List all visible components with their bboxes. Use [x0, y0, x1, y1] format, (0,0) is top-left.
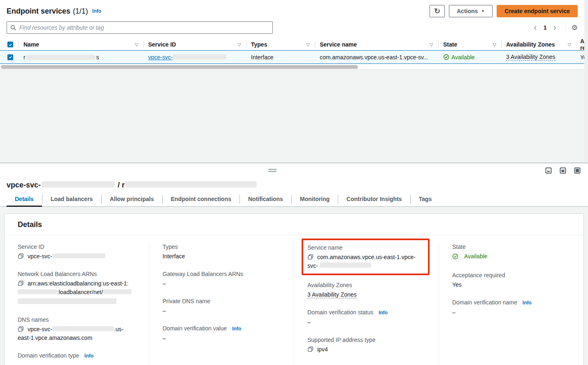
tab-notifications[interactable]: Notifications [240, 192, 291, 206]
column-header-service-name[interactable]: Service name ▽ [315, 39, 438, 50]
column-header-acceptance-required[interactable]: Acceptance required [576, 39, 584, 50]
search-input[interactable] [19, 24, 269, 31]
panel-size-medium-icon[interactable] [560, 167, 566, 174]
check-icon [8, 55, 13, 59]
page-number[interactable]: 1 [542, 24, 548, 31]
tab-contributor-insights[interactable]: Contributor Insights [338, 192, 410, 206]
copy-icon[interactable] [18, 280, 24, 286]
tab-endpoint-connections[interactable]: Endpoint connections [163, 192, 239, 206]
tab-tags[interactable]: Tags [411, 192, 440, 206]
table-header-row: Name ▽ Service ID ▽ Types ▽ Service name… [0, 39, 584, 50]
header-actions: ↻ Actions ▼ Create endpoint service [430, 5, 578, 17]
service-id-link[interactable]: vpce-svc- [148, 54, 226, 61]
availability-zones-popover-trigger[interactable]: 3 Availability Zones [506, 54, 555, 61]
tab-load-balancers[interactable]: Load balancers [42, 192, 101, 206]
panel-resize-handle[interactable] [268, 169, 277, 173]
redacted-text [52, 326, 114, 331]
tab-allow-principals[interactable]: Allow principals [102, 192, 162, 206]
pagination: ‹ 1 › ⚙ [530, 23, 578, 33]
caret-down-icon: ▼ [481, 9, 485, 13]
field-domain-verification-status: Domain verification status Info – [307, 308, 425, 327]
chevron-right-icon[interactable]: › [550, 23, 559, 32]
redacted-text [125, 181, 257, 187]
detail-tabs: Details Load balancers Allow principals … [0, 192, 588, 207]
sort-icon: ▽ [238, 42, 241, 47]
search-icon [10, 25, 16, 31]
copy-icon[interactable] [18, 326, 24, 332]
details-card: Details Service ID vpce-svc- [4, 213, 584, 365]
field-service-id: Service ID vpce-svc- [18, 243, 136, 261]
details-column-3: Service name com.amazonaws.vpce.us-east-… [294, 243, 439, 365]
content-background [0, 69, 588, 163]
panel-title: vpce-svc- / r [7, 181, 257, 190]
copy-icon[interactable] [18, 253, 24, 259]
panel-size-small-icon[interactable] [545, 167, 552, 174]
refresh-button[interactable]: ↻ [430, 5, 445, 17]
info-link[interactable]: Info [523, 300, 532, 306]
row-select-cell [0, 51, 19, 63]
redacted-text [103, 289, 132, 294]
status-badge: Available [452, 252, 488, 261]
panel-size-large-icon[interactable] [574, 167, 581, 174]
table-row: r s vpce-svc- Interface com.amazonaws.vp… [0, 50, 584, 64]
list-header: Endpoint services (1/1) Info ↻ Actions ▼… [0, 0, 584, 19]
column-header-name[interactable]: Name ▽ [19, 39, 143, 50]
details-card-heading: Details [5, 214, 583, 235]
actions-button-label: Actions [457, 8, 478, 14]
info-link[interactable]: Info [84, 353, 93, 359]
horizontal-scrollbar [0, 65, 584, 69]
field-ip-address-type: Supported IP address type ipv4 [307, 336, 425, 354]
redacted-text [173, 54, 226, 59]
field-availability-zones: Availability Zones 3 Availability Zones [307, 281, 425, 299]
endpoint-services-list-section: Endpoint services (1/1) Info ↻ Actions ▼… [0, 0, 584, 69]
info-link[interactable]: Info [232, 326, 241, 332]
column-header-service-id[interactable]: Service ID ▽ [143, 39, 246, 50]
column-header-state[interactable]: State ▽ [438, 39, 501, 50]
create-endpoint-service-button[interactable]: Create endpoint service [497, 5, 578, 17]
check-circle-icon [452, 253, 458, 260]
tab-monitoring[interactable]: Monitoring [292, 192, 338, 206]
details-column-4: State Available [439, 243, 583, 365]
details-column-1: Service ID vpce-svc- Network Load Balanc… [5, 243, 149, 365]
vertical-scrollbar[interactable] [584, 0, 588, 162]
actions-button[interactable]: Actions ▼ [449, 5, 493, 17]
endpoint-services-table: Name ▽ Service ID ▽ Types ▽ Service name… [0, 39, 584, 69]
details-column-2: Types Interface Gateway Load Balancers A… [149, 243, 294, 365]
horizontal-scrollbar-thumb[interactable] [1, 65, 358, 69]
row-checkbox[interactable] [7, 54, 13, 60]
panel-size-controls [545, 167, 581, 174]
column-header-types[interactable]: Types ▽ [246, 39, 315, 50]
search-box [7, 21, 273, 34]
header-info-link[interactable]: Info [92, 8, 101, 14]
cell-state: Available [438, 51, 501, 63]
details-card-body: Service ID vpce-svc- Network Load Balanc… [5, 235, 583, 365]
availability-zones-popover-trigger[interactable]: 3 Availability Zones [307, 291, 357, 298]
search-row: ‹ 1 › ⚙ [0, 19, 584, 34]
settings-gear-icon[interactable]: ⚙ [572, 23, 578, 32]
select-all-checkbox[interactable] [7, 42, 13, 47]
panel-content: Details Service ID vpce-svc- [0, 207, 588, 365]
sort-icon: ▽ [493, 42, 496, 47]
field-dns-names: DNS names vpce-svc-.us-east-1.vpce.amazo… [18, 316, 136, 342]
column-header-availability-zones[interactable]: Availability Zones ▽ [501, 39, 576, 50]
chevron-left-icon[interactable]: ‹ [530, 23, 540, 32]
redacted-text [53, 253, 105, 258]
pager-divider [565, 23, 566, 33]
field-nlb-arns: Network Load Balancers ARNs arn:aws:elas… [18, 270, 136, 307]
cell-acceptance-required: Yes [576, 51, 584, 63]
status-badge: Available [443, 54, 475, 61]
sort-icon: ▽ [135, 42, 138, 47]
panel-header: vpce-svc- / r [0, 163, 588, 192]
sort-icon: ▽ [307, 42, 310, 47]
cell-service-id: vpce-svc- [143, 51, 246, 63]
tab-details[interactable]: Details [7, 192, 42, 206]
create-button-label: Create endpoint service [504, 8, 570, 14]
redacted-text [18, 289, 57, 294]
field-service-name: Service name com.amazonaws.vpce.us-east-… [307, 243, 424, 270]
redacted-text [18, 298, 116, 304]
info-link[interactable]: Info [379, 310, 388, 316]
copy-icon[interactable] [307, 254, 314, 260]
copy-icon[interactable] [307, 346, 314, 352]
resource-count: (1/1) [73, 7, 88, 16]
field-private-dns-name: Private DNS name – [163, 297, 281, 315]
